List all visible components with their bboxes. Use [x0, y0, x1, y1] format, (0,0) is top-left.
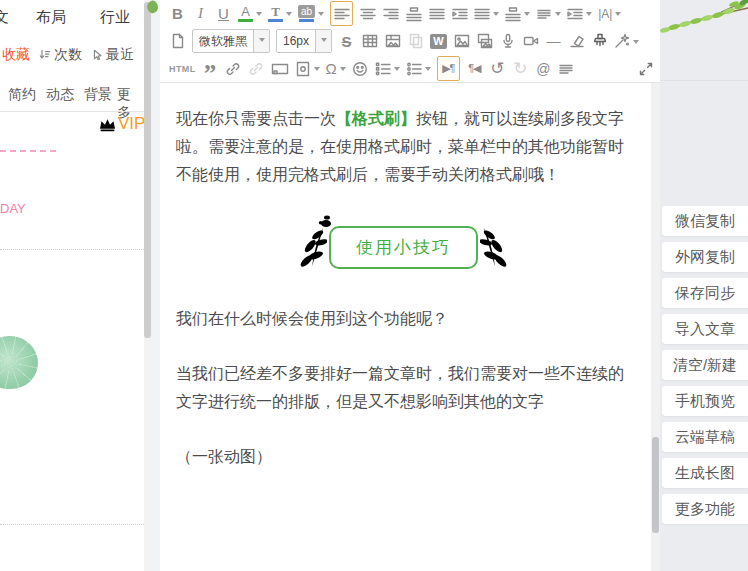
- unordered-list-button[interactable]: [406, 57, 431, 80]
- paragraph-text: 现在你只需要点击一次: [176, 110, 336, 127]
- sidebar-button-clear-new[interactable]: 清空/新建: [662, 350, 748, 380]
- font-size-select[interactable]: 16px: [276, 29, 332, 53]
- font-family-value: 微软雅黑: [193, 30, 253, 52]
- text-case-button[interactable]: |A|: [598, 2, 621, 25]
- line-height-button[interactable]: [536, 2, 561, 25]
- magic-wand-icon: [614, 33, 630, 49]
- filter-bar: 收藏 次数 最近: [2, 46, 134, 64]
- chevron-down-icon: [340, 67, 346, 74]
- insert-images-button[interactable]: [476, 30, 493, 53]
- highlight-icon: ab: [298, 5, 315, 18]
- insert-audio-button[interactable]: [499, 30, 516, 53]
- new-document-button[interactable]: [169, 30, 186, 53]
- chevron-down-icon: [259, 38, 265, 45]
- filter-favorite[interactable]: 收藏: [2, 46, 30, 64]
- font-family-arrow[interactable]: [253, 30, 269, 52]
- images-icon: [477, 33, 493, 49]
- left-scrollbar-thumb[interactable]: [144, 2, 151, 338]
- template-button[interactable]: [295, 57, 320, 80]
- undo-button[interactable]: ↺: [489, 57, 506, 80]
- chevron-down-icon: [555, 12, 561, 19]
- insert-link-button[interactable]: [225, 57, 242, 80]
- html-source-button[interactable]: HTML: [169, 57, 196, 80]
- chevron-down-icon: [314, 67, 320, 74]
- section-badge: 使用小技巧: [176, 225, 631, 269]
- align-left-button[interactable]: [330, 1, 353, 26]
- horizontal-rule-button[interactable]: —: [545, 30, 562, 53]
- align-right-button[interactable]: [382, 2, 399, 25]
- vip-badge[interactable]: VIP: [98, 114, 145, 134]
- document-content[interactable]: 现在你只需要点击一次【格式刷】按钮，就可以连续刷多段文字啦。需要注意的是，在使用…: [160, 83, 651, 571]
- underline-button[interactable]: U: [215, 2, 232, 25]
- category-simple[interactable]: 简约: [8, 86, 36, 104]
- eraser-button[interactable]: [568, 30, 585, 53]
- highlight-button[interactable]: ab: [298, 2, 324, 25]
- chevron-down-icon: [256, 12, 262, 19]
- app-root: 文 布局 行业 收藏 次数 最近 简约 动态 背景 更多 VIP DAY: [0, 0, 748, 571]
- image-icon: [454, 33, 470, 49]
- sidebar-button-more-features[interactable]: 更多功能: [662, 494, 748, 524]
- sidebar-button-cloud-draft[interactable]: 云端草稿: [662, 422, 748, 452]
- sidebar-button-import-article[interactable]: 导入文章: [662, 314, 748, 344]
- ltr-paragraph-button[interactable]: ▶¶: [437, 56, 460, 81]
- insert-image-button[interactable]: [453, 30, 470, 53]
- action-sidebar: 微信复制 外网复制 保存同步 导入文章 清空/新建 手机预览 云端草稿 生成长图…: [660, 0, 748, 571]
- blockquote-button[interactable]: ”: [202, 52, 219, 85]
- format-painter-button[interactable]: [591, 30, 608, 53]
- text-box-button[interactable]: [271, 57, 289, 80]
- align-center-button[interactable]: [359, 2, 376, 25]
- special-char-button[interactable]: Ω: [326, 57, 346, 80]
- sidebar-button-phone-preview[interactable]: 手机预览: [662, 386, 748, 416]
- insert-table-button[interactable]: [361, 30, 378, 53]
- crown-icon: [98, 117, 117, 132]
- format-painter-icon: [592, 33, 608, 49]
- editor-toolbar: B I U A T ab: [160, 0, 660, 83]
- font-color-button[interactable]: A: [238, 2, 262, 25]
- sidebar-button-save-sync[interactable]: 保存同步: [662, 278, 748, 308]
- emoji-button[interactable]: [352, 57, 369, 80]
- paragraph: 我们在什么时候会使用到这个功能呢？: [176, 305, 631, 333]
- text-style-button[interactable]: T: [268, 2, 292, 25]
- fullscreen-button[interactable]: [637, 57, 654, 80]
- left-template-panel: 文 布局 行业 收藏 次数 最近 简约 动态 背景 更多 VIP DAY: [0, 0, 144, 571]
- mention-button[interactable]: @: [535, 57, 552, 80]
- paragraph-indent-button[interactable]: [474, 2, 499, 25]
- tab-layout[interactable]: 布局: [36, 8, 66, 27]
- one-click-format-button[interactable]: [614, 30, 639, 53]
- text-box-icon: [271, 61, 289, 77]
- paragraph-spacing-button[interactable]: [505, 2, 530, 25]
- sidebar-button-web-copy[interactable]: 外网复制: [662, 242, 748, 272]
- chevron-down-icon: [633, 40, 639, 47]
- rtl-paragraph-button[interactable]: ¶◀: [466, 57, 483, 80]
- font-family-select[interactable]: 微软雅黑: [192, 29, 270, 53]
- category-dynamic[interactable]: 动态: [46, 86, 74, 104]
- sidebar-button-wechat-copy[interactable]: 微信复制: [662, 206, 748, 236]
- category-background[interactable]: 背景: [84, 86, 112, 104]
- italic-button[interactable]: I: [192, 2, 209, 25]
- editor-scrollbar-thumb[interactable]: [652, 437, 659, 533]
- vip-label: VIP: [118, 114, 145, 134]
- align-justify-icon: [429, 6, 445, 22]
- bold-button[interactable]: B: [169, 2, 186, 25]
- editor-scrollbar[interactable]: [651, 83, 660, 571]
- font-color-icon: A: [241, 5, 250, 18]
- sidebar-button-long-image[interactable]: 生成长图: [662, 458, 748, 488]
- filter-recent[interactable]: 最近: [106, 46, 134, 64]
- insert-video-button[interactable]: [522, 30, 539, 53]
- tab-text[interactable]: 文: [0, 8, 9, 27]
- filter-count[interactable]: 次数: [54, 46, 82, 64]
- font-size-arrow[interactable]: [315, 30, 331, 52]
- letter-spacing-button[interactable]: [567, 2, 592, 25]
- table-image-button[interactable]: [384, 30, 401, 53]
- import-word-button[interactable]: W: [430, 30, 447, 53]
- ordered-list-icon: [375, 61, 391, 77]
- video-camera-icon: [523, 33, 539, 49]
- align-justify-button[interactable]: [428, 2, 445, 25]
- left-scrollbar[interactable]: [144, 0, 151, 571]
- align-top-button[interactable]: [405, 2, 422, 25]
- strikethrough-button[interactable]: S: [338, 30, 355, 53]
- ordered-list-button[interactable]: [375, 57, 400, 80]
- indent-button[interactable]: [451, 2, 468, 25]
- summary-lines-button[interactable]: [558, 57, 575, 80]
- tab-industry[interactable]: 行业: [100, 8, 130, 27]
